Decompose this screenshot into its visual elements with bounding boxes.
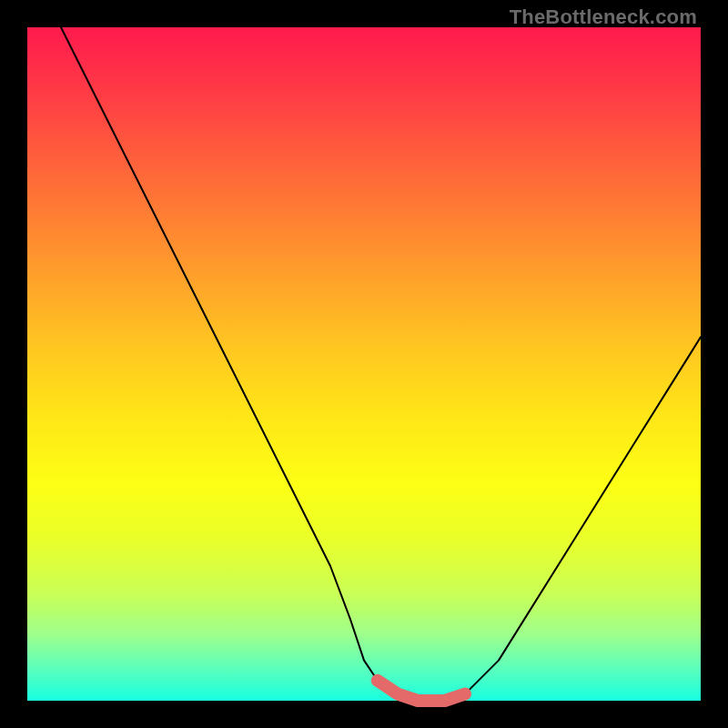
watermark-text: TheBottleneck.com xyxy=(510,5,697,29)
bottleneck-curve xyxy=(61,27,701,701)
chart-overlay xyxy=(27,27,701,701)
chart-frame: TheBottleneck.com xyxy=(0,0,728,728)
highlight-segment xyxy=(378,681,465,701)
